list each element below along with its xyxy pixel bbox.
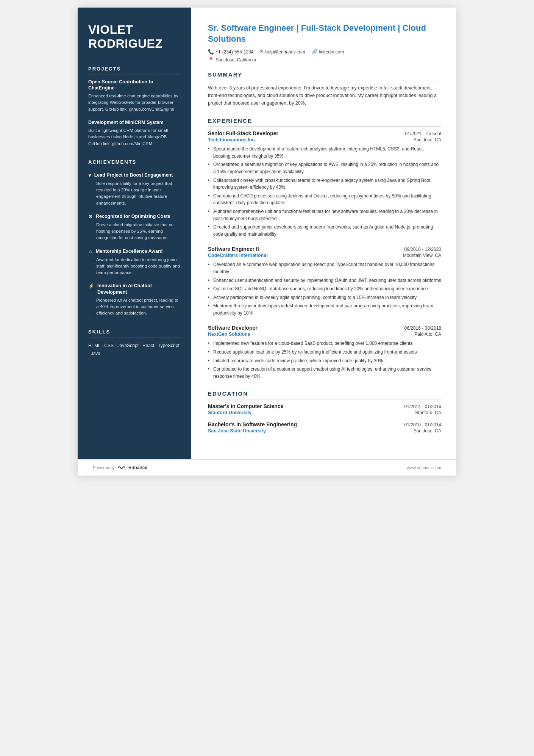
achievement-title-1: Lead Project to Boost Engagement bbox=[94, 172, 173, 178]
achievement-desc-4: Pioneered an AI chatbot project, leading… bbox=[88, 297, 181, 317]
bullet-1-4: Championed CI/CD processes using Jenkins… bbox=[208, 193, 441, 207]
bullet-2-5: Mentored three junior developers in test… bbox=[208, 302, 441, 316]
exp-header-2: Software Engineer II 09/2018 - 12/2020 bbox=[208, 246, 441, 252]
edu-item-2: Bachelor's in Software Engineering 01/20… bbox=[208, 421, 441, 434]
candidate-name: VIOLET RODRIGUEZ bbox=[88, 23, 181, 51]
achievement-item-4: ⚡ Innovation in AI Chatbot Development P… bbox=[88, 283, 181, 316]
education-section: EDUCATION Master's in Computer Science 0… bbox=[208, 390, 441, 434]
exp-location-3: Palo Alto, CA bbox=[414, 332, 441, 337]
project-desc-1: Enhanced real-time chat engine capabilit… bbox=[88, 93, 181, 113]
exp-bullets-2: Developed an e-commerce web application … bbox=[208, 261, 441, 316]
bullet-3-4: Contributed to the creation of a custome… bbox=[208, 366, 441, 380]
project-item-1: Open Source Contribution to ChatEngine E… bbox=[88, 79, 181, 113]
exp-sub-3: NextGen Solutions Palo Alto, CA bbox=[208, 332, 441, 337]
achievement-item-1: ♥ Lead Project to Boost Engagement Sole … bbox=[88, 172, 181, 207]
achievement-item-3: ☆ Mentorship Excellence Award Awarded fo… bbox=[88, 248, 181, 276]
education-title: EDUCATION bbox=[208, 390, 441, 399]
main-title: Sr. Software Engineer | Full-Stack Devel… bbox=[208, 23, 441, 44]
resume-body: VIOLET RODRIGUEZ PROJECTS Open Source Co… bbox=[78, 8, 456, 459]
exp-header-3: Software Developer 06/2016 - 08/2018 bbox=[208, 325, 441, 331]
bullet-1-5: Authored comprehensive unit and function… bbox=[208, 208, 441, 222]
exp-dates-2: 09/2018 - 12/2020 bbox=[404, 247, 441, 252]
bullet-2-2: Enhanced user authentication and securit… bbox=[208, 277, 441, 284]
exp-company-3: NextGen Solutions bbox=[208, 332, 250, 337]
achievement-item-2: ⚙ Recognized for Optimizing Costs Drove … bbox=[88, 213, 181, 241]
bullet-2-4: Actively participated in bi-weekly agile… bbox=[208, 294, 441, 301]
edu-dates-2: 01/2010 - 01/2014 bbox=[404, 422, 441, 427]
experience-title: EXPERIENCE bbox=[208, 117, 441, 127]
achievement-header-2: ⚙ Recognized for Optimizing Costs bbox=[88, 213, 181, 220]
email-icon: ✉ bbox=[259, 49, 264, 55]
footer: Powered by Enhancv www.enhancv.com bbox=[78, 459, 456, 476]
project-desc-2: Built a lightweight CRM platform for sma… bbox=[88, 127, 181, 147]
linkedin-icon: 🔗 bbox=[311, 49, 317, 55]
exp-bullets-3: Implemented new features for a cloud-bas… bbox=[208, 340, 441, 380]
edu-location-2: San Jose, CA bbox=[414, 428, 441, 434]
exp-item-1: Senior Full-Stack Developer 01/2021 - Pr… bbox=[208, 130, 441, 238]
achievement-title-4: Innovation in AI Chatbot Development bbox=[97, 283, 181, 295]
achievement-desc-1: Sole responsibility for a key project th… bbox=[88, 180, 181, 207]
bullet-1-1: Spearheaded the development of a feature… bbox=[208, 146, 441, 160]
exp-dates-1: 01/2021 - Present bbox=[405, 131, 441, 136]
edu-header-2: Bachelor's in Software Engineering 01/20… bbox=[208, 421, 441, 427]
projects-title: PROJECTS bbox=[88, 66, 181, 75]
footer-powered: Powered by Enhancv bbox=[93, 465, 147, 470]
skills-text: HTML · CSS · JavaScript · React · TypeSc… bbox=[88, 342, 181, 358]
edu-dates-1: 01/2014 - 01/2016 bbox=[404, 404, 441, 409]
bullet-1-3: Collaborated closely with cross-function… bbox=[208, 177, 441, 191]
location-text: San Jose, California bbox=[215, 57, 256, 63]
summary-section: SUMMARY With over 3 years of professiona… bbox=[208, 71, 441, 107]
lightning-icon: ⚡ bbox=[88, 283, 94, 289]
achievement-desc-3: Awarded for dedication to mentoring juni… bbox=[88, 257, 181, 276]
achievement-title-2: Recognized for Optimizing Costs bbox=[96, 213, 170, 219]
summary-text: With over 3 years of professional experi… bbox=[208, 84, 441, 107]
exp-role-2: Software Engineer II bbox=[208, 246, 259, 252]
heart-icon: ♥ bbox=[88, 172, 91, 178]
exp-role-1: Senior Full-Stack Developer bbox=[208, 130, 278, 136]
exp-sub-2: CodeCrafters International Mountain View… bbox=[208, 253, 441, 258]
main-content: Sr. Software Engineer | Full-Stack Devel… bbox=[191, 8, 456, 459]
exp-item-3: Software Developer 06/2016 - 08/2018 Nex… bbox=[208, 325, 441, 380]
experience-section: EXPERIENCE Senior Full-Stack Developer 0… bbox=[208, 117, 441, 380]
summary-title: SUMMARY bbox=[208, 71, 441, 80]
exp-location-2: Mountain View, CA bbox=[403, 253, 441, 258]
skills-title: SKILLS bbox=[88, 329, 181, 338]
bullet-3-2: Reduced application load time by 25% by … bbox=[208, 349, 441, 356]
location-icon: 📍 bbox=[208, 57, 214, 63]
enhancv-logo-icon bbox=[117, 465, 126, 470]
bullet-3-1: Implemented new features for a cloud-bas… bbox=[208, 340, 441, 347]
edu-degree-2: Bachelor's in Software Engineering bbox=[208, 421, 297, 427]
star-icon: ☆ bbox=[88, 249, 93, 255]
exp-item-2: Software Engineer II 09/2018 - 12/2020 C… bbox=[208, 246, 441, 316]
contact-phone: 📞 +1-(234)-555-1234 bbox=[208, 49, 253, 55]
exp-company-2: CodeCrafters International bbox=[208, 253, 268, 258]
contact-email: ✉ help@enhancv.com bbox=[259, 49, 305, 55]
resume-wrapper: VIOLET RODRIGUEZ PROJECTS Open Source Co… bbox=[78, 8, 456, 476]
achievement-header-1: ♥ Lead Project to Boost Engagement bbox=[88, 172, 181, 178]
project-item-2: Development of MiniCRM System Built a li… bbox=[88, 119, 181, 147]
edu-school-1: Stanford University bbox=[208, 410, 251, 415]
bullet-1-2: Orchestrated a seamless migration of key… bbox=[208, 161, 441, 175]
exp-company-1: Tech Innovations Inc. bbox=[208, 137, 256, 142]
bullet-2-3: Optimized SQL and NoSQL database queries… bbox=[208, 285, 441, 293]
bullet-3-3: Initiated a corporate-wide code review p… bbox=[208, 357, 441, 365]
sidebar: VIOLET RODRIGUEZ PROJECTS Open Source Co… bbox=[78, 8, 191, 459]
achievements-title: ACHIEVEMENTS bbox=[88, 159, 181, 168]
optimize-icon: ⚙ bbox=[88, 214, 93, 220]
edu-degree-1: Master's in Computer Science bbox=[208, 403, 283, 409]
exp-location-1: San Jose, CA bbox=[414, 137, 441, 142]
achievement-header-4: ⚡ Innovation in AI Chatbot Development bbox=[88, 283, 181, 295]
exp-role-3: Software Developer bbox=[208, 325, 258, 331]
footer-brand: Enhancv bbox=[128, 465, 147, 470]
edu-school-2: San Jose State University bbox=[208, 428, 266, 434]
skills-section: SKILLS HTML · CSS · JavaScript · React ·… bbox=[88, 329, 181, 358]
phone-icon: 📞 bbox=[208, 49, 214, 55]
edu-header-1: Master's in Computer Science 01/2014 - 0… bbox=[208, 403, 441, 409]
contact-linkedin: 🔗 linkedin.com bbox=[311, 49, 344, 55]
footer-url: www.enhancv.com bbox=[407, 465, 441, 470]
achievement-desc-2: Drove a cloud migration initiative that … bbox=[88, 222, 181, 241]
edu-location-1: Stanford, CA bbox=[415, 410, 441, 415]
exp-header-1: Senior Full-Stack Developer 01/2021 - Pr… bbox=[208, 130, 441, 136]
project-title-1: Open Source Contribution to ChatEngine bbox=[88, 79, 181, 91]
edu-sub-1: Stanford University Stanford, CA bbox=[208, 410, 441, 415]
